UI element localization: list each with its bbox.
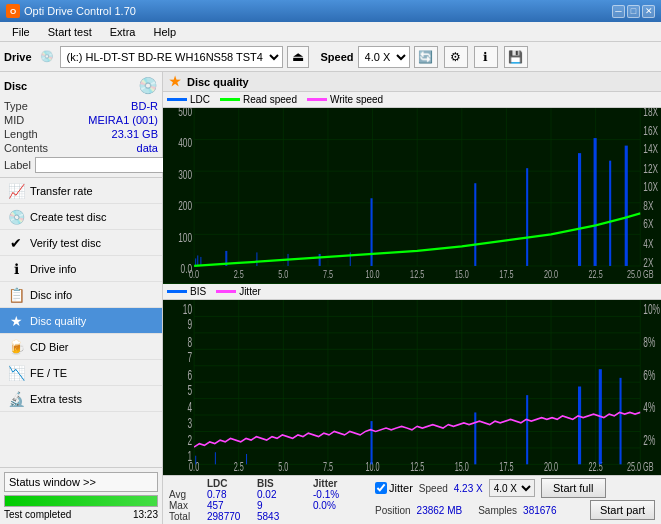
svg-rect-104 (195, 456, 196, 465)
app-title: Opti Drive Control 1.70 (24, 5, 136, 17)
disc-label-input[interactable] (35, 157, 168, 173)
position-label: Position (375, 505, 411, 516)
col-bis-header: BIS (257, 478, 295, 489)
sidebar-item-create-test-disc[interactable]: 💿 Create test disc (0, 204, 162, 230)
svg-text:2.5: 2.5 (234, 269, 244, 281)
svg-text:14X: 14X (643, 143, 658, 156)
maximize-button[interactable]: □ (627, 5, 640, 18)
sidebar-item-extra-tests[interactable]: 🔬 Extra tests (0, 386, 162, 412)
svg-text:8: 8 (187, 335, 192, 350)
status-window-button[interactable]: Status window >> (4, 472, 158, 492)
svg-text:15.0: 15.0 (455, 460, 469, 473)
total-jitter (313, 511, 368, 522)
window-controls: ─ □ ✕ (612, 5, 655, 18)
svg-text:4X: 4X (643, 237, 653, 250)
info-button[interactable]: ℹ (474, 46, 498, 68)
write-label: Write speed (330, 94, 383, 105)
sidebar-item-disc-info[interactable]: 📋 Disc info (0, 282, 162, 308)
nav-section: 📈 Transfer rate 💿 Create test disc ✔ Ver… (0, 178, 162, 467)
chart1-wrap: LDC Read speed Write speed (163, 92, 661, 284)
svg-rect-46 (256, 252, 257, 266)
speed-select[interactable]: 4.0 X 2.0 X 8.0 X (358, 46, 410, 68)
avg-jitter: -0.1% (313, 489, 368, 500)
sidebar-item-transfer-rate[interactable]: 📈 Transfer rate (0, 178, 162, 204)
status-panel: Status window >> Test completed 13:23 (0, 467, 162, 524)
title-bar: O Opti Drive Control 1.70 ─ □ ✕ (0, 0, 661, 22)
svg-rect-109 (526, 395, 528, 464)
avg-label: Avg (169, 489, 207, 500)
create-test-disc-icon: 💿 (8, 209, 24, 225)
eject-button[interactable]: ⏏ (287, 46, 309, 68)
svg-text:4%: 4% (643, 400, 655, 415)
fe-te-icon: 📉 (8, 365, 24, 381)
svg-text:10.0: 10.0 (366, 269, 380, 281)
drive-select[interactable]: (k:) HL-DT-ST BD-RE WH16NS58 TST4 (60, 46, 283, 68)
jitter-checkbox[interactable] (375, 482, 387, 494)
length-value: 23.31 GB (112, 128, 158, 140)
max-bis: 9 (257, 500, 295, 511)
disc-quality-header-icon: ★ (169, 74, 181, 89)
col-empty (169, 478, 207, 489)
svg-text:2.5: 2.5 (234, 460, 244, 473)
svg-text:6X: 6X (643, 218, 653, 231)
legend-jitter: Jitter (216, 286, 261, 297)
sidebar-item-fe-te[interactable]: 📉 FE / TE (0, 360, 162, 386)
jitter-checkbox-label[interactable]: Jitter (375, 482, 413, 494)
start-full-button[interactable]: Start full (541, 478, 606, 498)
svg-rect-54 (594, 138, 597, 266)
svg-rect-56 (625, 146, 628, 266)
disc-panel-title: Disc (4, 80, 27, 92)
refresh-button[interactable]: 🔄 (414, 46, 438, 68)
chart1-svg: 500 400 300 200 100 0.0 18X 16X 14X 12X … (163, 108, 661, 281)
drive-info-label: Drive info (30, 263, 76, 275)
svg-text:25.0 GB: 25.0 GB (627, 269, 654, 281)
svg-text:300: 300 (178, 168, 192, 181)
svg-text:7: 7 (187, 350, 192, 365)
sidebar-item-verify-test-disc[interactable]: ✔ Verify test disc (0, 230, 162, 256)
close-button[interactable]: ✕ (642, 5, 655, 18)
menu-start-test[interactable]: Start test (40, 24, 100, 40)
svg-text:0.0: 0.0 (189, 460, 199, 473)
sidebar-item-cd-bier[interactable]: 🍺 CD Bier (0, 334, 162, 360)
col-jitter-header: Jitter (313, 478, 368, 489)
save-button[interactable]: 💾 (504, 46, 528, 68)
status-text: Test completed (4, 509, 71, 520)
svg-rect-48 (319, 254, 321, 266)
disc-info-label: Disc info (30, 289, 72, 301)
svg-text:500: 500 (178, 108, 192, 118)
disc-quality-label: Disc quality (30, 315, 86, 327)
samples-label: Samples (478, 505, 517, 516)
svg-text:9: 9 (187, 317, 192, 332)
jitter-legend-label: Jitter (239, 286, 261, 297)
content-area: ★ Disc quality LDC Read speed (163, 72, 661, 524)
disc-info-icon: 📋 (8, 287, 24, 303)
progress-fill (5, 496, 157, 506)
menu-file[interactable]: File (4, 24, 38, 40)
settings-button[interactable]: ⚙ (444, 46, 468, 68)
speed-select-input[interactable]: 4.0 X (489, 479, 535, 497)
ldc-color (167, 98, 187, 101)
sidebar-item-disc-quality[interactable]: ★ Disc quality (0, 308, 162, 334)
total-empty (295, 511, 313, 522)
svg-text:10.0: 10.0 (366, 460, 380, 473)
svg-rect-106 (246, 454, 247, 464)
contents-value: data (137, 142, 158, 154)
svg-rect-112 (620, 378, 622, 465)
avg-ldc: 0.78 (207, 489, 257, 500)
svg-text:5: 5 (187, 383, 192, 398)
start-part-button[interactable]: Start part (590, 500, 655, 520)
total-label: Total (169, 511, 207, 522)
svg-text:10X: 10X (643, 180, 658, 193)
disc-panel: Disc 💿 Type BD-R MID MEIRA1 (001) Length… (0, 72, 162, 178)
menu-help[interactable]: Help (145, 24, 184, 40)
menu-extra[interactable]: Extra (102, 24, 144, 40)
sidebar-item-drive-info[interactable]: ℹ Drive info (0, 256, 162, 282)
svg-text:17.5: 17.5 (499, 460, 513, 473)
max-empty (295, 500, 313, 511)
speed-value: 4.23 X (454, 483, 483, 494)
minimize-button[interactable]: ─ (612, 5, 625, 18)
total-ldc: 298770 (207, 511, 257, 522)
svg-text:10%: 10% (643, 302, 660, 317)
mid-value: MEIRA1 (001) (88, 114, 158, 126)
svg-text:12X: 12X (643, 162, 658, 175)
